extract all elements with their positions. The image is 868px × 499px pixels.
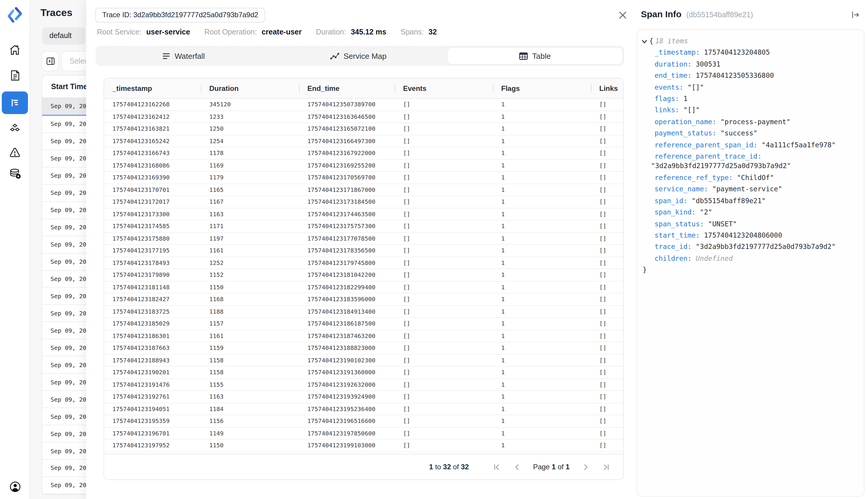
table-cell: 1184	[201, 403, 299, 415]
span-table-row[interactable]: 175740412319020111581757404123191360000[…	[104, 366, 623, 379]
span-table-row[interactable]: 175740412317989011521757404123181042200[…	[104, 269, 623, 281]
app-logo[interactable]	[0, 6, 30, 24]
table-cell: []	[395, 245, 493, 256]
span-table-row[interactable]: 175740412317201711671757404123173184500[…	[104, 196, 623, 208]
tab-service-map[interactable]: Service Map	[271, 46, 446, 66]
span-table-row[interactable]: 175740412317458511711757404123175757300[…	[104, 220, 623, 233]
table-cell: 1233	[201, 111, 299, 122]
span-attribute-flags: flags: 1	[637, 93, 864, 105]
table-cell: []	[591, 147, 623, 159]
span-table-row[interactable]: 175740412319670111491757404123197850600[…	[104, 427, 623, 440]
table-cell: 1	[493, 135, 591, 147]
sidebar-item-datasource[interactable]	[0, 167, 30, 181]
sidebar-item-profile[interactable]	[0, 480, 30, 493]
span-table-row[interactable]: 175740412319795211501757404123199103000[…	[104, 440, 623, 452]
table-cell: 1	[493, 159, 591, 171]
sidebar-item-services[interactable]	[0, 122, 30, 135]
table-cell: []	[395, 99, 493, 110]
collapse-panel-button[interactable]	[851, 11, 860, 19]
span-table-row[interactable]: 175740412318502911571757404123186187500[…	[104, 318, 623, 330]
environment-chip[interactable]: default	[42, 27, 85, 45]
span-attribute-span_id: span_id: "db55154baff89e21"	[637, 195, 864, 207]
span-table-row[interactable]: 175740412319535911561757404123196516600[…	[104, 415, 623, 427]
meta-label: Spans:	[401, 28, 424, 36]
json-items-count: 18 items	[655, 36, 688, 47]
table-cell: 1757404123181148	[104, 281, 201, 293]
tab-waterfall[interactable]: Waterfall	[96, 46, 271, 66]
table-cell: 1	[493, 172, 591, 183]
table-cell: 1757404123191476	[104, 379, 201, 390]
span-table-row[interactable]: 175740412319147611551757404123192632000[…	[104, 379, 623, 391]
span-table-row[interactable]: 175740412316939011791757404123170569700[…	[104, 172, 623, 184]
span-attribute-trace_id: trace_id: "3d2a9bb3fd2197777d25a0d793b7a…	[637, 242, 864, 253]
trace-meta-item: Duration:345.12 ms	[316, 28, 387, 36]
next-page-button[interactable]	[583, 463, 589, 471]
table-cell: 1	[493, 342, 591, 354]
span-table-row[interactable]: 175740412317070111651757404123171867000[…	[104, 184, 623, 196]
expand-panel-button[interactable]	[42, 52, 58, 71]
table-cell: 1757404123197952	[104, 440, 201, 451]
span-table-row[interactable]: 175740412316241212331757404123163646500[…	[104, 111, 623, 123]
tab-table[interactable]: Table	[448, 48, 622, 64]
table-cell: []	[395, 257, 493, 268]
span-table-row[interactable]: 175740412318242711681757404123183596000[…	[104, 293, 623, 306]
table-cell: []	[395, 440, 493, 451]
table-cell: 1757404123196516600	[299, 415, 395, 427]
span-table-row[interactable]: 175740412316674311781757404123167922000[…	[104, 147, 623, 159]
span-attribute-children: children: Undefined	[637, 253, 864, 264]
span-table-row[interactable]: 175740412316524212541757404123166497300[…	[104, 135, 623, 147]
table-cell: 1757404123165242	[104, 135, 201, 147]
column-header-events[interactable]: Events	[395, 78, 493, 98]
close-button[interactable]	[617, 10, 628, 20]
span-table-row[interactable]: 175740412317849312521757404123179745800[…	[104, 257, 623, 269]
meta-label: Duration:	[316, 28, 346, 36]
table-cell: 1757404123183596000	[299, 293, 395, 305]
table-cell: []	[591, 330, 623, 342]
sidebar-item-logs[interactable]	[0, 69, 30, 82]
column-header-duration[interactable]: Duration	[201, 78, 299, 98]
prev-page-button[interactable]	[513, 463, 520, 471]
column-header-end_time[interactable]: End_time	[299, 78, 395, 98]
span-table-row[interactable]: 1757404123162268345120175740412350738970…	[104, 99, 623, 111]
column-header-links[interactable]: Links	[591, 78, 623, 98]
span-table-row[interactable]: 175740412318766311591757404123188823000[…	[104, 342, 623, 354]
table-cell: 1757404123195359	[104, 415, 201, 427]
span-table-row[interactable]: 175740412318114811501757404123182299400[…	[104, 281, 623, 293]
sidebar-item-home[interactable]	[0, 44, 30, 57]
first-page-button[interactable]	[492, 463, 500, 471]
span-table-row[interactable]: 175740412319276111631757404123193924900[…	[104, 391, 623, 403]
span-table-row[interactable]: 175740412317588011971757404123177078500[…	[104, 233, 623, 245]
table-cell: 1	[493, 403, 591, 415]
table-cell: []	[395, 366, 493, 378]
span-table-row[interactable]: 175740412318372511881757404123184913400[…	[104, 306, 623, 318]
column-header-flags[interactable]: Flags	[493, 78, 591, 98]
span-table-row[interactable]: 175740412316382112501757404123165072100[…	[104, 123, 623, 135]
table-cell: []	[591, 111, 623, 122]
table-cell: []	[591, 172, 623, 183]
sidebar-item-traces[interactable]	[2, 92, 28, 114]
table-cell: []	[591, 366, 623, 378]
table-cell: []	[395, 123, 493, 135]
sidebar-item-alerts[interactable]	[0, 146, 30, 159]
column-header-_timestamp[interactable]: _timestamp	[104, 78, 201, 98]
table-cell: []	[591, 306, 623, 317]
table-cell: []	[395, 293, 493, 305]
table-cell: []	[591, 233, 623, 244]
trace-detail-modal: Trace ID: 3d2a9bb3fd2197777d25a0d793b7a9…	[86, 0, 636, 499]
span-table-row[interactable]: 175740412319405111841757404123195236400[…	[104, 403, 623, 415]
table-cell: 1	[493, 147, 591, 159]
table-cell: []	[591, 354, 623, 366]
span-table-row[interactable]: 175740412317330011631757404123174463500[…	[104, 208, 623, 220]
table-cell: 1161	[201, 245, 299, 256]
span-table-row[interactable]: 175740412317719511611757404123178356500[…	[104, 245, 623, 257]
json-root-line[interactable]: { 18 items	[637, 36, 864, 47]
span-table-row[interactable]: 175740412316808611691757404123169255200[…	[104, 159, 623, 172]
span-table-row[interactable]: 175740412318894311581757404123190102300[…	[104, 354, 623, 366]
database-add-icon	[8, 167, 22, 181]
span-table-row[interactable]: 175740412318630111611757404123187463200[…	[104, 330, 623, 342]
last-page-button[interactable]	[602, 463, 610, 471]
table-pagination: 1 to 32 of 32 Page 1 of 1	[104, 454, 623, 479]
table-cell: []	[395, 220, 493, 232]
collapse-right-icon	[851, 11, 860, 19]
span-attribute-events: events: "[]"	[637, 82, 864, 93]
